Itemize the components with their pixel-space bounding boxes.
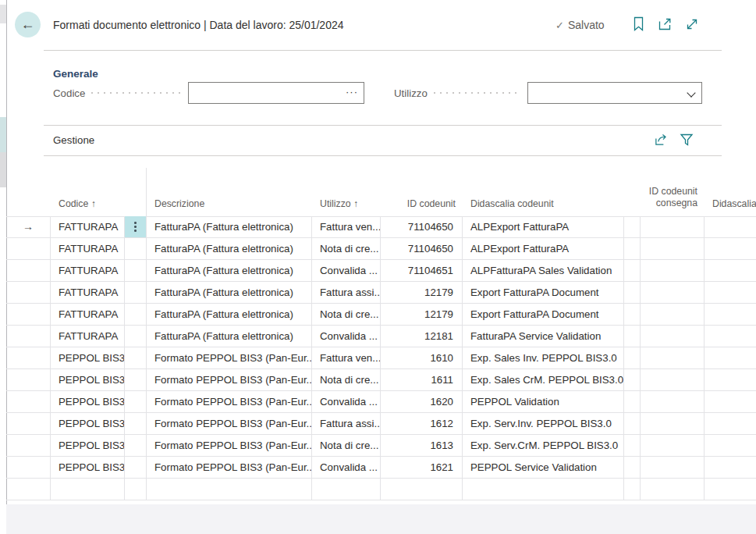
cell-didascalia-codeunit[interactable]: Exp. Sales CrM. PEPPOL BIS3.0 (463, 369, 624, 390)
cell-descrizione[interactable]: Formato PEPPOL BIS3 (Pan-Eur... (147, 457, 312, 478)
cell-descrizione[interactable]: FatturaPA (Fattura elettronica) (147, 326, 312, 347)
cell-didascalia-consegna[interactable] (705, 326, 756, 347)
cell-id-codeunit-consegna[interactable] (628, 282, 705, 303)
cell-id-codeunit[interactable]: 1613 (381, 435, 463, 456)
open-in-new-window-icon[interactable] (658, 16, 673, 31)
row-options-button[interactable] (125, 238, 147, 259)
cell-id-codeunit[interactable]: 1612 (381, 413, 463, 434)
cell-codice[interactable]: FATTURAPA (51, 282, 125, 303)
cell-didascalia-consegna[interactable] (705, 435, 756, 456)
cell-id-codeunit[interactable]: 71104651 (381, 260, 463, 281)
cell-id-codeunit-consegna[interactable] (628, 413, 705, 434)
cell-id-codeunit[interactable]: 71104650 (381, 216, 463, 237)
cell-id-codeunit-consegna[interactable] (628, 326, 705, 347)
utilizzo-select[interactable] (528, 84, 701, 102)
row-options-button[interactable] (125, 216, 147, 237)
cell-utilizzo[interactable]: Fattura ven... (312, 216, 381, 237)
cell-codice[interactable]: FATTURAPA (51, 216, 125, 237)
cell-didascalia-codeunit[interactable]: ALPExport FatturaPA (463, 238, 624, 259)
cell-id-codeunit-consegna[interactable] (628, 391, 705, 412)
row-options-button[interactable] (125, 457, 147, 478)
cell-descrizione[interactable]: FatturaPA (Fattura elettronica) (147, 304, 312, 325)
row-options-button[interactable] (125, 326, 147, 347)
cell-descrizione[interactable]: Formato PEPPOL BIS3 (Pan-Eur... (147, 413, 312, 434)
cell-id-codeunit-consegna[interactable] (628, 216, 705, 237)
share-icon[interactable] (654, 132, 669, 147)
row-selector-cell[interactable] (6, 282, 51, 303)
cell-descrizione[interactable]: Formato PEPPOL BIS3 (Pan-Eur... (147, 369, 312, 390)
cell-didascalia-consegna[interactable] (705, 216, 756, 237)
cell-utilizzo[interactable]: Nota di cre... (312, 238, 381, 259)
cell-codice[interactable]: FATTURAPA (51, 304, 125, 325)
expand-icon[interactable] (684, 16, 699, 31)
cell-utilizzo[interactable]: Fattura assi... (312, 413, 381, 434)
row-selector-cell[interactable] (6, 391, 51, 412)
cell-utilizzo[interactable]: Convalida ... (312, 457, 381, 478)
cell-didascalia-codeunit[interactable]: ALPExport FatturaPA (463, 216, 624, 237)
cell-didascalia-consegna[interactable] (705, 479, 756, 500)
cell-id-codeunit-consegna[interactable] (628, 435, 705, 456)
row-options-button[interactable] (125, 479, 147, 500)
cell-codice[interactable]: FATTURAPA (51, 260, 125, 281)
cell-utilizzo[interactable]: Convalida ... (312, 326, 381, 347)
column-header-id-codeunit-consegna[interactable]: ID codeunit consegna (628, 168, 705, 216)
cell-codice[interactable]: PEPPOL BIS3 (51, 413, 125, 434)
row-selector-cell[interactable] (6, 369, 51, 390)
cell-didascalia-codeunit[interactable]: PEPPOL Validation (463, 391, 624, 412)
cell-didascalia-consegna[interactable] (705, 282, 756, 303)
row-selector-cell[interactable] (6, 304, 51, 325)
cell-codice[interactable]: PEPPOL BIS3 (51, 457, 125, 478)
cell-descrizione[interactable]: FatturaPA (Fattura elettronica) (147, 238, 312, 259)
cell-didascalia-consegna[interactable] (705, 413, 756, 434)
cell-utilizzo[interactable]: Convalida ... (312, 391, 381, 412)
cell-codice[interactable] (51, 479, 125, 500)
cell-didascalia-codeunit[interactable]: PEPPOL Service Validation (463, 457, 624, 478)
row-options-button[interactable] (125, 413, 147, 434)
cell-id-codeunit[interactable]: 1610 (381, 347, 463, 368)
cell-didascalia-consegna[interactable] (705, 260, 756, 281)
row-options-button[interactable] (125, 260, 147, 281)
cell-didascalia-consegna[interactable] (705, 369, 756, 390)
cell-didascalia-consegna[interactable] (705, 238, 756, 259)
filter-icon[interactable] (679, 132, 694, 147)
cell-descrizione[interactable]: Formato PEPPOL BIS3 (Pan-Eur... (147, 347, 312, 368)
cell-didascalia-codeunit[interactable]: Export FatturaPA Document (463, 304, 624, 325)
back-button[interactable]: ← (15, 12, 41, 37)
cell-id-codeunit-consegna[interactable] (628, 260, 705, 281)
cell-id-codeunit[interactable]: 71104650 (381, 238, 463, 259)
row-selector-cell[interactable]: → (6, 216, 51, 237)
cell-utilizzo[interactable] (312, 479, 381, 500)
codice-input[interactable] (189, 84, 343, 101)
cell-codice[interactable]: PEPPOL BIS3 (51, 369, 125, 390)
row-selector-cell[interactable] (6, 435, 51, 456)
cell-descrizione[interactable]: FatturaPA (Fattura elettronica) (147, 216, 312, 237)
cell-didascalia-codeunit[interactable] (463, 479, 624, 500)
cell-didascalia-codeunit[interactable]: Exp. Serv.Inv. PEPPOL BIS3.0 (463, 413, 624, 434)
cell-id-codeunit[interactable] (381, 479, 463, 500)
cell-utilizzo[interactable]: Fattura ven... (312, 347, 381, 368)
row-selector-cell[interactable] (6, 260, 51, 281)
column-header-utilizzo[interactable]: Utilizzo ↑ (312, 168, 381, 216)
cell-didascalia-codeunit[interactable]: FatturaPA Service Validation (463, 326, 624, 347)
row-selector-cell[interactable] (6, 238, 51, 259)
row-options-button[interactable] (125, 304, 147, 325)
cell-id-codeunit-consegna[interactable] (628, 369, 705, 390)
cell-didascalia-consegna[interactable] (705, 391, 756, 412)
cell-didascalia-codeunit[interactable]: Export FatturaPA Document (463, 282, 624, 303)
cell-id-codeunit-consegna[interactable] (628, 479, 705, 500)
cell-codice[interactable]: PEPPOL BIS3 (51, 435, 125, 456)
cell-utilizzo[interactable]: Nota di cre... (312, 304, 381, 325)
cell-didascalia-codeunit[interactable]: ALPFatturaPA Sales Validation (463, 260, 624, 281)
row-selector-cell[interactable] (6, 479, 51, 500)
cell-didascalia-consegna[interactable] (705, 347, 756, 368)
cell-descrizione[interactable]: FatturaPA (Fattura elettronica) (147, 260, 312, 281)
cell-didascalia-consegna[interactable] (705, 457, 756, 478)
cell-descrizione[interactable] (147, 479, 312, 500)
cell-id-codeunit-consegna[interactable] (628, 238, 705, 259)
cell-id-codeunit[interactable]: 12179 (381, 282, 463, 303)
cell-codice[interactable]: FATTURAPA (51, 238, 125, 259)
column-header-descrizione[interactable]: Descrizione (147, 168, 312, 216)
cell-utilizzo[interactable]: Fattura assi... (312, 282, 381, 303)
cell-codice[interactable]: PEPPOL BIS3 (51, 391, 125, 412)
cell-didascalia-codeunit[interactable]: Exp. Sales Inv. PEPPOL BIS3.0 (463, 347, 624, 368)
